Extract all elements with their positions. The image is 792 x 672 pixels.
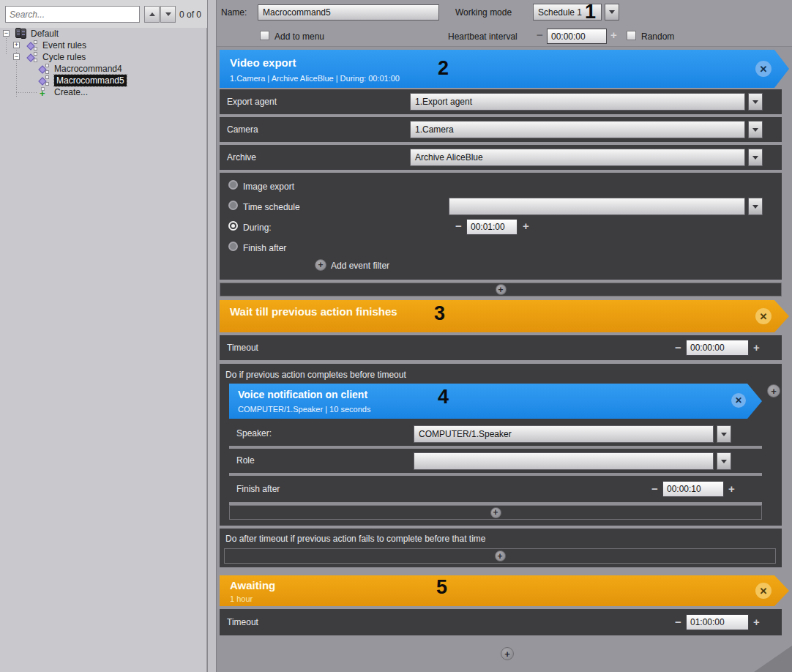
voice-finish-increment-button[interactable]: + xyxy=(728,482,735,495)
callout-2: 2 xyxy=(438,59,449,78)
name-input[interactable] xyxy=(258,4,439,20)
wait-timeout-value-field[interactable]: 00:00:00 xyxy=(686,340,749,356)
heartbeat-value-field[interactable]: 00:00:00 xyxy=(547,29,607,44)
close-icon[interactable]: ✕ xyxy=(755,583,772,599)
add-action-bar[interactable]: + xyxy=(220,283,782,296)
close-icon[interactable]: ✕ xyxy=(755,308,772,324)
add-nested-action-bar[interactable]: + xyxy=(229,505,762,520)
tree-item-macrocommand5[interactable]: Macrocommand5 xyxy=(0,75,207,86)
archive-dropdown-button[interactable] xyxy=(748,149,763,166)
server-icon xyxy=(15,28,28,39)
heartbeat-decrement-button[interactable]: − xyxy=(537,29,543,41)
export-agent-dropdown-button[interactable] xyxy=(748,93,763,111)
awaiting-timeout-decrement-button[interactable]: − xyxy=(675,616,681,628)
speaker-value[interactable]: COMPUTER/1.Speaker xyxy=(414,425,714,443)
tree-item-macrocommand4[interactable]: Macrocommand4 xyxy=(0,63,207,75)
wait-timeout-decrement-button[interactable]: − xyxy=(675,341,681,354)
add-parallel-action-button[interactable]: + xyxy=(767,384,780,397)
dropdown-arrow-icon xyxy=(609,10,615,14)
dropdown-arrow-icon xyxy=(752,205,758,209)
during-value-field[interactable]: 00:01:00 xyxy=(466,219,518,235)
during-decrement-button[interactable]: − xyxy=(455,220,462,232)
add-event-filter-label[interactable]: Add event filter xyxy=(331,261,389,271)
role-dropdown-button[interactable] xyxy=(717,452,731,470)
do-after-label: Do after timeout if previous action fail… xyxy=(225,534,486,544)
tree-item-cycle-rules[interactable]: − Cycle rules xyxy=(0,51,207,63)
name-label: Name: xyxy=(221,7,247,18)
camera-dropdown-button[interactable] xyxy=(748,121,763,138)
during-radio[interactable] xyxy=(228,221,238,231)
add-do-after-action-bar[interactable]: + xyxy=(224,548,776,564)
close-icon[interactable]: ✕ xyxy=(731,393,746,408)
voice-notification-header: Voice notification on client COMPUTER/1.… xyxy=(229,384,762,419)
camera-row: Camera 1.Camera xyxy=(220,117,782,142)
sidebar-search-row: 0 of 0 xyxy=(0,0,207,28)
awaiting-subtitle: 1 hour xyxy=(230,594,253,603)
working-mode-label: Working mode xyxy=(455,7,512,18)
do-if-label: Do if previous action completes before t… xyxy=(225,370,406,380)
panel-corner xyxy=(754,646,792,672)
camera-label: Camera xyxy=(227,124,258,135)
time-schedule-value[interactable] xyxy=(449,198,745,215)
archive-label: Archive xyxy=(227,152,256,163)
camera-value[interactable]: 1.Camera xyxy=(410,121,745,138)
callout-3: 3 xyxy=(434,304,445,324)
awaiting-title: Awaiting xyxy=(230,579,275,591)
search-next-button[interactable] xyxy=(160,6,176,23)
tree-item-default[interactable]: − Default xyxy=(0,28,207,40)
tree-item-event-rules[interactable]: + Event rules xyxy=(0,40,207,51)
collapse-icon[interactable]: − xyxy=(13,53,20,60)
working-mode-dropdown-button[interactable] xyxy=(605,4,619,20)
chevron-up-icon xyxy=(149,12,155,16)
export-agent-value[interactable]: 1.Export agent xyxy=(410,93,745,111)
awaiting-header: Awaiting 1 hour ✕ xyxy=(220,575,789,606)
role-value[interactable] xyxy=(414,452,714,470)
expand-icon[interactable]: + xyxy=(13,42,20,48)
time-schedule-radio[interactable] xyxy=(228,201,238,210)
awaiting-timeout-value-field[interactable]: 01:00:00 xyxy=(686,614,749,630)
add-icon: + xyxy=(495,550,506,561)
add-to-menu-checkbox[interactable] xyxy=(260,31,269,40)
voice-notification-subtitle: COMPUTER/1.Speaker | 10 seconds xyxy=(238,405,370,414)
archive-value[interactable]: Archive AliceBlue xyxy=(410,149,745,166)
sidebar-scrollbar[interactable] xyxy=(207,0,217,672)
add-block-button[interactable]: + xyxy=(501,647,514,660)
random-checkbox[interactable] xyxy=(627,31,636,40)
dropdown-arrow-icon xyxy=(721,460,727,463)
do-after-container: Do after timeout if previous action fail… xyxy=(220,529,782,567)
video-export-title: Video export xyxy=(230,56,296,69)
voice-finish-decrement-button[interactable]: − xyxy=(651,482,658,495)
search-input[interactable] xyxy=(5,6,140,23)
search-prev-button[interactable] xyxy=(144,6,160,23)
video-export-subtitle: 1.Camera | Archive AliceBlue | During: 0… xyxy=(230,74,400,83)
during-label: During: xyxy=(243,223,272,233)
finish-after-radio[interactable] xyxy=(228,242,238,251)
speaker-row: Speaker: COMPUTER/1.Speaker xyxy=(229,422,762,446)
add-event-filter-icon[interactable]: + xyxy=(315,259,326,271)
tree-item-create[interactable]: + Create... xyxy=(0,86,207,98)
wait-timeout-increment-button[interactable]: + xyxy=(753,341,760,354)
voice-finish-value-field[interactable]: 00:00:10 xyxy=(662,481,724,497)
export-mode-group: Image export Time schedule During: − 00:… xyxy=(220,173,782,280)
heartbeat-label: Heartbeat interval xyxy=(448,31,518,42)
image-export-radio[interactable] xyxy=(228,180,238,190)
collapse-icon[interactable]: − xyxy=(3,30,10,37)
macro-settings-panel: Name: Working mode Schedule 1 Add to men… xyxy=(217,0,792,672)
random-label: Random xyxy=(641,31,674,42)
rules-tree: − Default + Event rules − Cycle rules Ma… xyxy=(0,28,207,98)
awaiting-timeout-increment-button[interactable]: + xyxy=(753,616,760,628)
close-icon[interactable]: ✕ xyxy=(755,61,772,77)
wait-timeout-row: Timeout − 00:00:00 + xyxy=(220,335,782,360)
tree-item-label: Macrocommand4 xyxy=(54,64,122,74)
tree-item-label-selected: Macrocommand5 xyxy=(54,75,127,86)
voice-finish-after-label: Finish after xyxy=(236,484,280,494)
during-increment-button[interactable]: + xyxy=(523,220,529,232)
dropdown-arrow-icon xyxy=(752,156,758,160)
video-export-header: Video export 1.Camera | Archive AliceBlu… xyxy=(220,50,789,88)
rule-icon xyxy=(38,64,51,75)
speaker-dropdown-button[interactable] xyxy=(717,425,731,443)
awaiting-timeout-row: Timeout − 01:00:00 + xyxy=(220,609,782,635)
search-result-count: 0 of 0 xyxy=(179,10,201,20)
time-schedule-dropdown-button[interactable] xyxy=(748,198,763,215)
heartbeat-increment-button[interactable]: + xyxy=(610,29,617,41)
